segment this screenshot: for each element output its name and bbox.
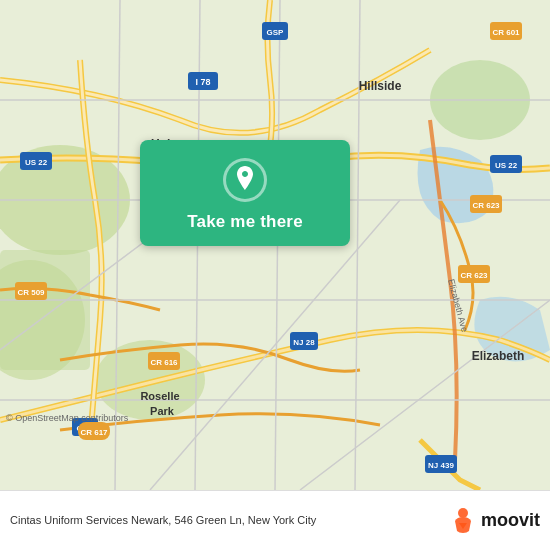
svg-text:GSP: GSP xyxy=(267,28,285,37)
svg-text:US 22: US 22 xyxy=(25,158,48,167)
svg-text:I 78: I 78 xyxy=(195,77,210,87)
svg-text:Hillside: Hillside xyxy=(359,79,402,93)
take-me-there-overlay[interactable]: Take me there xyxy=(140,140,350,246)
svg-text:NJ 28: NJ 28 xyxy=(293,338,315,347)
svg-text:Park: Park xyxy=(150,405,175,417)
svg-rect-4 xyxy=(0,250,90,370)
moovit-logo-icon xyxy=(449,507,477,535)
moovit-logo: moovit xyxy=(449,507,540,535)
address-text: Cintas Uniform Services Newark, 546 Gree… xyxy=(10,513,449,528)
svg-point-51 xyxy=(458,508,468,518)
svg-text:NJ 439: NJ 439 xyxy=(428,461,454,470)
take-me-there-button[interactable]: Take me there xyxy=(187,212,303,232)
location-pin xyxy=(223,158,267,202)
svg-text:Elizabeth: Elizabeth xyxy=(472,349,525,363)
svg-text:CR 623: CR 623 xyxy=(460,271,488,280)
svg-text:CR 617: CR 617 xyxy=(80,428,108,437)
svg-text:US 22: US 22 xyxy=(495,161,518,170)
map-container: I 78 GSP GSP US 22 US 22 US 22 CR 601 CR… xyxy=(0,0,550,490)
svg-text:CR 623: CR 623 xyxy=(472,201,500,210)
svg-text:CR 509: CR 509 xyxy=(17,288,45,297)
svg-text:CR 616: CR 616 xyxy=(150,358,178,367)
bottom-bar: Cintas Uniform Services Newark, 546 Gree… xyxy=(0,490,550,550)
svg-text:Roselle: Roselle xyxy=(140,390,179,402)
copyright-text: © OpenStreetMap contributors xyxy=(6,413,128,423)
svg-text:CR 601: CR 601 xyxy=(492,28,520,37)
moovit-brand-text: moovit xyxy=(481,510,540,531)
